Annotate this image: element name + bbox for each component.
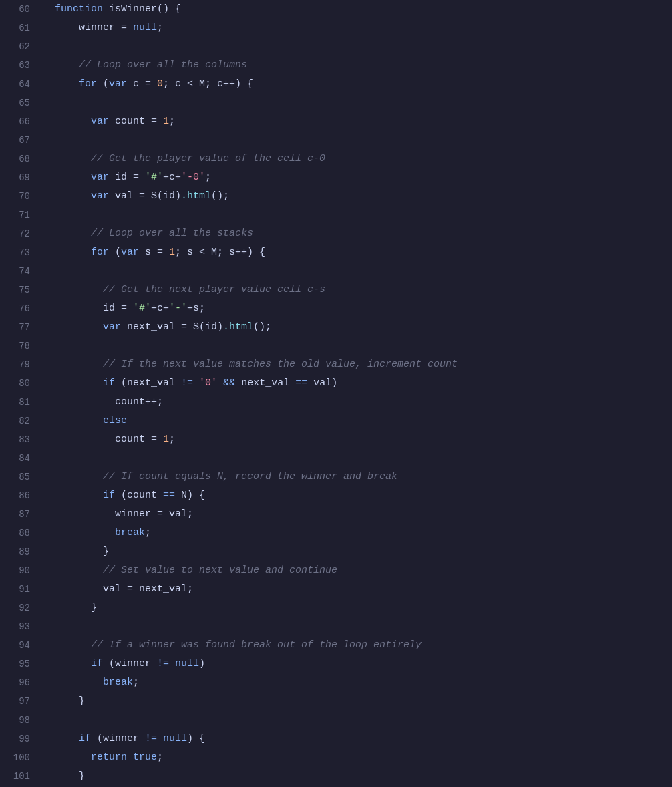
token-kw: true bbox=[133, 748, 157, 767]
line-number: 84 bbox=[0, 449, 30, 468]
token-eq: == bbox=[295, 374, 307, 393]
token-cmt: // Get the player value of the cell c-0 bbox=[55, 150, 325, 168]
code-line: return true; bbox=[55, 748, 672, 767]
token-plain: } bbox=[55, 767, 85, 786]
line-number: 99 bbox=[0, 730, 30, 748]
token-plain: ; c < M; c++) { bbox=[163, 75, 253, 94]
code-line: for (var s = 1; s < M; s++) { bbox=[55, 243, 672, 262]
token-kw: var bbox=[103, 318, 121, 337]
token-plain: val = next_val; bbox=[55, 580, 193, 599]
token-plain: (winner bbox=[91, 730, 145, 748]
token-plain: ( bbox=[109, 243, 121, 262]
line-number: 62 bbox=[0, 37, 30, 56]
token-num: 0 bbox=[157, 75, 163, 94]
token-kw: for bbox=[91, 243, 109, 262]
token-plain: } bbox=[55, 599, 97, 617]
code-line: break; bbox=[55, 524, 672, 542]
code-line: // Loop over all the stacks bbox=[55, 224, 672, 243]
token-plain bbox=[55, 243, 91, 262]
code-line: id = '#'+c+'-'+s; bbox=[55, 299, 672, 318]
token-plain: ; bbox=[169, 112, 175, 131]
line-number: 76 bbox=[0, 299, 30, 318]
code-line bbox=[55, 711, 672, 730]
token-plain bbox=[55, 673, 103, 692]
token-eq: == bbox=[163, 486, 175, 505]
token-num: 1 bbox=[169, 243, 175, 262]
token-plain: ) bbox=[199, 655, 205, 673]
line-number: 91 bbox=[0, 580, 30, 599]
code-line: var count = 1; bbox=[55, 112, 672, 131]
token-eq: != bbox=[157, 655, 169, 673]
token-plain: } bbox=[55, 692, 85, 711]
token-str-red: '-0' bbox=[181, 168, 205, 187]
token-amp: && bbox=[223, 374, 235, 393]
code-line: // If a winner was found break out of th… bbox=[55, 636, 672, 655]
token-str: '#' bbox=[133, 299, 151, 318]
token-plain: ; bbox=[157, 748, 163, 767]
line-number: 92 bbox=[0, 599, 30, 617]
code-line: // Loop over all the columns bbox=[55, 56, 672, 75]
code-line: else bbox=[55, 412, 672, 430]
line-number: 63 bbox=[0, 56, 30, 75]
token-plain bbox=[217, 374, 223, 393]
token-plain: count = bbox=[55, 430, 163, 449]
token-cmt: // Get the next player value cell c-s bbox=[55, 281, 325, 299]
token-kw: if bbox=[103, 374, 115, 393]
line-number: 70 bbox=[0, 187, 30, 206]
line-number: 80 bbox=[0, 374, 30, 393]
token-eq: != bbox=[145, 730, 157, 748]
token-plain: c = bbox=[127, 75, 157, 94]
token-kw: for bbox=[79, 75, 97, 94]
line-number: 74 bbox=[0, 262, 30, 281]
token-plain bbox=[55, 412, 103, 430]
token-plain: } bbox=[55, 542, 109, 561]
token-kw: var bbox=[91, 187, 109, 206]
token-plain: ; bbox=[157, 19, 163, 37]
token-cmt: // Loop over all the columns bbox=[55, 56, 247, 75]
line-number: 81 bbox=[0, 393, 30, 412]
token-plain: (); bbox=[253, 318, 271, 337]
token-plain: winner = val; bbox=[55, 505, 193, 524]
token-kw: break bbox=[115, 524, 145, 542]
code-line: } bbox=[55, 542, 672, 561]
line-number: 78 bbox=[0, 337, 30, 355]
token-plain bbox=[55, 748, 91, 767]
line-number: 61 bbox=[0, 19, 30, 37]
token-plain bbox=[55, 112, 91, 131]
token-plain bbox=[127, 748, 133, 767]
line-number: 77 bbox=[0, 318, 30, 337]
line-number: 68 bbox=[0, 150, 30, 168]
token-kw: var bbox=[109, 75, 127, 94]
token-plain: id = bbox=[109, 168, 145, 187]
token-str: '-' bbox=[169, 299, 187, 318]
code-line: if (winner != null) bbox=[55, 655, 672, 673]
token-plain bbox=[55, 655, 91, 673]
line-number: 93 bbox=[0, 617, 30, 636]
token-plain bbox=[157, 730, 163, 748]
code-line bbox=[55, 617, 672, 636]
code-line: winner = null; bbox=[55, 19, 672, 37]
line-number: 83 bbox=[0, 430, 30, 449]
code-line: // If the next value matches the old val… bbox=[55, 355, 672, 374]
token-kw: else bbox=[103, 412, 127, 430]
line-number: 97 bbox=[0, 692, 30, 711]
token-cmt: // If the next value matches the old val… bbox=[55, 355, 458, 374]
token-str-red: '0' bbox=[199, 374, 217, 393]
line-number: 90 bbox=[0, 561, 30, 580]
line-number: 100 bbox=[0, 748, 30, 767]
token-kw: var bbox=[121, 243, 139, 262]
token-plain: +c+ bbox=[151, 299, 169, 318]
token-plain: ; bbox=[145, 524, 151, 542]
token-plain: next_val = $(id) bbox=[121, 318, 223, 337]
token-plain bbox=[55, 187, 91, 206]
token-cmt: // Set value to next value and continue bbox=[55, 561, 337, 580]
token-kw: if bbox=[91, 655, 103, 673]
line-number: 89 bbox=[0, 542, 30, 561]
code-area[interactable]: function isWinner() { winner = null; // … bbox=[41, 0, 672, 787]
code-line: function isWinner() { bbox=[55, 0, 672, 19]
token-plain bbox=[55, 75, 79, 94]
token-plain: ) { bbox=[187, 730, 205, 748]
line-numbers: 6061626364656667686970717273747576777879… bbox=[0, 0, 41, 787]
token-plain: (next_val bbox=[115, 374, 181, 393]
token-plain: +s; bbox=[187, 299, 205, 318]
